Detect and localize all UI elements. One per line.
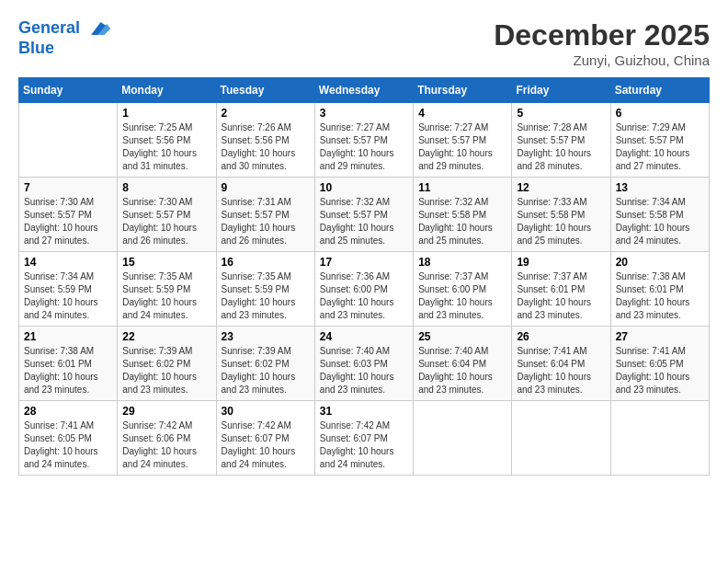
day-info: Sunrise: 7:28 AMSunset: 5:57 PMDaylight:… (517, 121, 605, 173)
calendar-cell: 5Sunrise: 7:28 AMSunset: 5:57 PMDaylight… (512, 103, 610, 178)
day-number: 17 (320, 256, 408, 269)
day-info: Sunrise: 7:27 AMSunset: 5:57 PMDaylight:… (418, 121, 506, 173)
weekday-header-saturday: Saturday (610, 78, 709, 103)
weekday-header-friday: Friday (512, 78, 610, 103)
calendar-cell: 25Sunrise: 7:40 AMSunset: 6:04 PMDayligh… (414, 327, 512, 401)
calendar-cell: 9Sunrise: 7:31 AMSunset: 5:57 PMDaylight… (216, 178, 314, 252)
calendar-cell: 11Sunrise: 7:32 AMSunset: 5:58 PMDayligh… (414, 178, 512, 252)
day-number: 15 (122, 256, 210, 269)
day-info: Sunrise: 7:25 AMSunset: 5:56 PMDaylight:… (122, 121, 210, 173)
day-info: Sunrise: 7:37 AMSunset: 6:00 PMDaylight:… (418, 270, 506, 322)
day-number: 13 (616, 181, 704, 194)
day-info: Sunrise: 7:42 AMSunset: 6:07 PMDaylight:… (320, 419, 408, 471)
day-info: Sunrise: 7:40 AMSunset: 6:03 PMDaylight:… (320, 345, 408, 396)
calendar-cell: 1Sunrise: 7:25 AMSunset: 5:56 PMDaylight… (118, 103, 216, 178)
day-number: 1 (122, 107, 210, 120)
day-number: 12 (517, 181, 605, 194)
day-info: Sunrise: 7:32 AMSunset: 5:57 PMDaylight:… (320, 196, 408, 247)
calendar-cell: 13Sunrise: 7:34 AMSunset: 5:58 PMDayligh… (610, 178, 709, 252)
day-number: 30 (222, 405, 310, 418)
day-number: 2 (222, 107, 310, 120)
day-number: 26 (517, 330, 605, 343)
calendar-cell: 24Sunrise: 7:40 AMSunset: 6:03 PMDayligh… (314, 327, 413, 401)
logo-general: General (18, 18, 80, 37)
day-info: Sunrise: 7:33 AMSunset: 5:58 PMDaylight:… (517, 196, 605, 247)
calendar-cell: 29Sunrise: 7:42 AMSunset: 6:06 PMDayligh… (118, 401, 216, 476)
header: General Blue December 2025 Zunyi, Guizho… (18, 18, 710, 68)
day-info: Sunrise: 7:41 AMSunset: 6:04 PMDaylight:… (517, 345, 605, 396)
calendar-cell: 8Sunrise: 7:30 AMSunset: 5:57 PMDaylight… (118, 178, 216, 252)
day-info: Sunrise: 7:32 AMSunset: 5:58 PMDaylight:… (418, 196, 506, 247)
weekday-header-monday: Monday (118, 78, 216, 103)
day-info: Sunrise: 7:42 AMSunset: 6:07 PMDaylight:… (222, 419, 310, 471)
day-info: Sunrise: 7:27 AMSunset: 5:57 PMDaylight:… (320, 121, 408, 173)
day-info: Sunrise: 7:39 AMSunset: 6:02 PMDaylight:… (222, 345, 310, 396)
location: Zunyi, Guizhou, China (494, 52, 710, 68)
calendar-cell: 22Sunrise: 7:39 AMSunset: 6:02 PMDayligh… (118, 327, 216, 401)
logo: General Blue (18, 18, 110, 58)
day-info: Sunrise: 7:34 AMSunset: 5:58 PMDaylight:… (616, 196, 704, 247)
calendar-cell: 30Sunrise: 7:42 AMSunset: 6:07 PMDayligh… (216, 401, 314, 476)
calendar-cell: 6Sunrise: 7:29 AMSunset: 5:57 PMDaylight… (610, 103, 709, 178)
day-number: 9 (222, 181, 310, 194)
calendar-cell (512, 401, 610, 476)
day-info: Sunrise: 7:41 AMSunset: 6:05 PMDaylight:… (616, 345, 704, 396)
calendar-cell: 3Sunrise: 7:27 AMSunset: 5:57 PMDaylight… (314, 103, 413, 178)
day-info: Sunrise: 7:38 AMSunset: 6:01 PMDaylight:… (616, 270, 704, 322)
calendar-cell (610, 401, 709, 476)
day-info: Sunrise: 7:41 AMSunset: 6:05 PMDaylight:… (24, 419, 112, 471)
day-info: Sunrise: 7:35 AMSunset: 5:59 PMDaylight:… (122, 270, 210, 322)
day-info: Sunrise: 7:29 AMSunset: 5:57 PMDaylight:… (616, 121, 704, 173)
calendar-cell: 14Sunrise: 7:34 AMSunset: 5:59 PMDayligh… (19, 252, 118, 327)
calendar-cell: 26Sunrise: 7:41 AMSunset: 6:04 PMDayligh… (512, 327, 610, 401)
calendar-cell: 19Sunrise: 7:37 AMSunset: 6:01 PMDayligh… (512, 252, 610, 327)
calendar-cell (19, 103, 118, 178)
calendar-cell: 12Sunrise: 7:33 AMSunset: 5:58 PMDayligh… (512, 178, 610, 252)
day-info: Sunrise: 7:38 AMSunset: 6:01 PMDaylight:… (24, 345, 112, 396)
day-number: 10 (320, 181, 408, 194)
day-number: 21 (24, 330, 112, 343)
day-number: 5 (517, 107, 605, 120)
day-number: 6 (616, 107, 704, 120)
calendar-cell: 4Sunrise: 7:27 AMSunset: 5:57 PMDaylight… (414, 103, 512, 178)
day-number: 29 (122, 405, 210, 418)
day-number: 28 (24, 405, 112, 418)
weekday-header-tuesday: Tuesday (216, 78, 314, 103)
day-info: Sunrise: 7:42 AMSunset: 6:06 PMDaylight:… (122, 419, 210, 471)
calendar-cell: 7Sunrise: 7:30 AMSunset: 5:57 PMDaylight… (19, 178, 118, 252)
day-number: 23 (222, 330, 310, 343)
day-number: 14 (24, 256, 112, 269)
day-number: 24 (320, 330, 408, 343)
day-number: 31 (320, 405, 408, 418)
day-info: Sunrise: 7:37 AMSunset: 6:01 PMDaylight:… (517, 270, 605, 322)
day-info: Sunrise: 7:30 AMSunset: 5:57 PMDaylight:… (24, 196, 112, 247)
calendar-cell: 16Sunrise: 7:35 AMSunset: 5:59 PMDayligh… (216, 252, 314, 327)
day-number: 4 (418, 107, 506, 120)
title-area: December 2025 Zunyi, Guizhou, China (494, 18, 710, 68)
calendar-cell: 31Sunrise: 7:42 AMSunset: 6:07 PMDayligh… (314, 401, 413, 476)
day-number: 22 (122, 330, 210, 343)
day-number: 20 (616, 256, 704, 269)
calendar: SundayMondayTuesdayWednesdayThursdayFrid… (18, 77, 710, 476)
calendar-cell: 23Sunrise: 7:39 AMSunset: 6:02 PMDayligh… (216, 327, 314, 401)
day-number: 27 (616, 330, 704, 343)
calendar-cell: 18Sunrise: 7:37 AMSunset: 6:00 PMDayligh… (414, 252, 512, 327)
weekday-header-thursday: Thursday (414, 78, 512, 103)
day-number: 11 (418, 181, 506, 194)
calendar-cell: 2Sunrise: 7:26 AMSunset: 5:56 PMDaylight… (216, 103, 314, 178)
logo-blue: Blue (18, 39, 110, 58)
calendar-cell: 28Sunrise: 7:41 AMSunset: 6:05 PMDayligh… (19, 401, 118, 476)
calendar-cell: 15Sunrise: 7:35 AMSunset: 5:59 PMDayligh… (118, 252, 216, 327)
day-info: Sunrise: 7:30 AMSunset: 5:57 PMDaylight:… (122, 196, 210, 247)
day-info: Sunrise: 7:36 AMSunset: 6:00 PMDaylight:… (320, 270, 408, 322)
day-number: 3 (320, 107, 408, 120)
calendar-cell (414, 401, 512, 476)
weekday-header-sunday: Sunday (19, 78, 118, 103)
calendar-cell: 20Sunrise: 7:38 AMSunset: 6:01 PMDayligh… (610, 252, 709, 327)
day-info: Sunrise: 7:40 AMSunset: 6:04 PMDaylight:… (418, 345, 506, 396)
day-number: 7 (24, 181, 112, 194)
calendar-cell: 17Sunrise: 7:36 AMSunset: 6:00 PMDayligh… (314, 252, 413, 327)
day-info: Sunrise: 7:39 AMSunset: 6:02 PMDaylight:… (122, 345, 210, 396)
day-info: Sunrise: 7:34 AMSunset: 5:59 PMDaylight:… (24, 270, 112, 322)
month-title: December 2025 (494, 18, 710, 52)
